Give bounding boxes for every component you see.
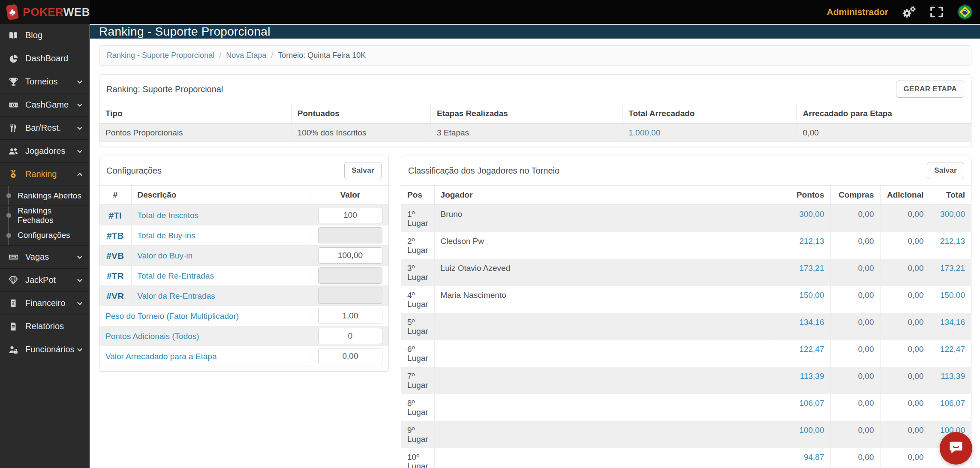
summary-cell[interactable]: 1.000,00 [622,123,797,142]
config-value-input-total-de-inscritos[interactable] [318,207,382,223]
total-cell[interactable]: 122,47 [930,340,971,367]
classification-card-title: Classificação dos Jogadores no Torneio [408,166,559,176]
config-value-cell [312,306,389,326]
sidebar-item-financeiro[interactable]: $Financeiro [0,292,89,315]
player-cell [434,394,775,421]
config-value-input-valor-do-buy-in[interactable] [318,247,382,264]
submenu-item-label: Configurações [18,231,70,240]
sidebar-item-label: Relatórios [25,321,64,331]
breadcrumb-separator: / [271,51,273,60]
sidebar-item-blog[interactable]: Blog [0,24,89,47]
sidebar-item-dashboard[interactable]: DashBoard [0,47,89,70]
pos-cell: 4º Lugar [401,286,434,313]
gerar-etapa-button[interactable]: GERAR ETAPA [896,81,964,98]
config-value-cell [312,346,389,366]
logo-text: POKERWEB [23,6,90,19]
breadcrumb-item-ranking-suporte-proporcional[interactable]: Ranking - Suporte Proporcional [107,51,214,60]
pontos-cell[interactable]: 134,16 [775,313,830,340]
sidebar-item-funcionarios[interactable]: Funcionários [0,338,89,361]
sidebar-item-label: Torneios [25,77,58,87]
summary-column-header: Arrecadado para Etapa [797,104,971,124]
config-value-input-valor-arrecadado-para-a-etapa[interactable] [318,348,382,364]
chevron-down-icon [76,254,83,261]
player-cell: Cledson Pw [434,232,775,259]
total-cell[interactable]: 113,39 [930,367,971,394]
money-icon [6,100,20,110]
config-value-input-peso-do-torneio-fator-multiplicador[interactable] [318,308,382,324]
config-row-description: Total de Re-Entradas [131,266,312,286]
sidebar-item-jogadores[interactable]: Jogadores [0,140,89,163]
sidebar: BlogDashBoardTorneiosCashGameBar/Rest.Jo… [0,24,90,468]
submenu-item-label: Rankings Abertos [18,191,81,201]
total-cell[interactable]: 150,00 [930,286,971,313]
total-cell[interactable]: 134,16 [930,313,971,340]
total-cell[interactable]: 106,07 [930,394,971,421]
book-icon [6,30,20,41]
config-value-input-total-de-re-entradas [318,267,382,284]
table-row: #TBTotal de Buy-ins [99,225,388,246]
sidebar-item-label: DashBoard [25,54,68,63]
config-value-input-pontos-adicionais-todos[interactable] [318,328,382,344]
config-save-button[interactable]: Salvar [344,162,382,179]
total-cell[interactable]: 212,13 [930,232,971,259]
classification-card: Classificação dos Jogadores no Torneio S… [401,156,971,468]
pontos-cell[interactable]: 150,00 [775,286,830,313]
config-row-description: Total de Buy-ins [131,225,312,246]
pontos-cell[interactable]: 106,07 [775,394,830,421]
summary-cell: 100% dos Inscritos [291,123,430,142]
pontos-cell[interactable]: 122,47 [775,340,830,367]
breadcrumb-item-torneio-quinta-feira-10k: Torneio: Quinta Feira 10K [278,51,366,60]
sidebar-item-label: CashGame [25,100,69,110]
player-cell [434,448,775,468]
table-row: Pontos Proporcionais100% dos Inscritos3 … [99,123,971,142]
pos-cell: 9º Lugar [401,421,434,448]
config-row-code: #TB [99,225,131,246]
sidebar-item-vagas[interactable]: Vagas [0,246,89,269]
table-row: Pontos Adicionais (Todos) [99,326,388,346]
pontos-cell[interactable]: 212,13 [775,232,830,259]
classification-table: PosJogadorPontosComprasAdicionalTotal 1º… [401,185,971,468]
compras-cell: 0,00 [830,340,880,367]
ticket-icon [6,252,20,262]
classification-save-button[interactable]: Salvar [927,162,964,179]
chat-launcher-button[interactable] [940,432,972,465]
pontos-cell[interactable]: 94,87 [775,448,830,468]
users-icon [6,146,20,156]
diamond-icon [6,275,20,285]
sidebar-subitem-rankings-abertos[interactable]: Rankings Abertos [0,186,89,206]
sidebar-item-cashgame[interactable]: CashGame [0,93,89,117]
total-cell[interactable]: 300,00 [930,205,971,232]
config-table: #DescriçãoValor #TITotal de Inscritos#TB… [99,185,388,366]
table-row: 4º LugarMaria Nascimento150,000,000,0015… [401,286,971,313]
user-menu[interactable]: Administrador [827,7,888,17]
breadcrumb-item-nova-etapa[interactable]: Nova Etapa [226,51,266,60]
sidebar-item-bar-rest[interactable]: Bar/Rest. [0,117,89,140]
classification-column-header: Pontos [775,186,830,205]
sidebar-item-relatorios[interactable]: Relatórios [0,315,89,338]
compras-cell: 0,00 [830,286,880,313]
brazil-flag-icon[interactable] [957,4,973,20]
table-row: Valor Arrecadado para a Etapa [99,346,388,366]
sidebar-item-label: Vagas [25,252,49,262]
pontos-cell[interactable]: 113,39 [775,367,830,394]
fullscreen-icon[interactable] [929,6,944,18]
summary-column-header: Pontuados [291,104,430,124]
sidebar-item-torneios[interactable]: Torneios [0,70,89,93]
compras-cell: 0,00 [830,421,880,448]
gears-icon[interactable] [901,6,917,18]
sidebar-item-ranking[interactable]: Ranking [0,163,89,186]
sidebar-item-jackpot[interactable]: JackPot [0,269,89,292]
chevron-down-icon [76,346,83,353]
compras-cell: 0,00 [830,205,880,232]
table-row: 9º Lugar100,000,000,00100,00 [401,421,971,448]
total-cell[interactable]: 173,21 [930,259,971,286]
chevron-down-icon [76,78,83,85]
pontos-cell[interactable]: 300,00 [775,205,830,232]
app-logo[interactable]: ♣ POKERWEB [0,0,90,24]
sidebar-subitem-rankings-fechados[interactable]: Rankings Fechados [0,206,89,225]
pontos-cell[interactable]: 173,21 [775,259,830,286]
trophy-icon [6,77,20,87]
sidebar-subitem-configuracoes[interactable]: Configurações [0,225,89,245]
pontos-cell[interactable]: 100,00 [775,421,830,448]
chat-bubble-icon [947,439,965,458]
